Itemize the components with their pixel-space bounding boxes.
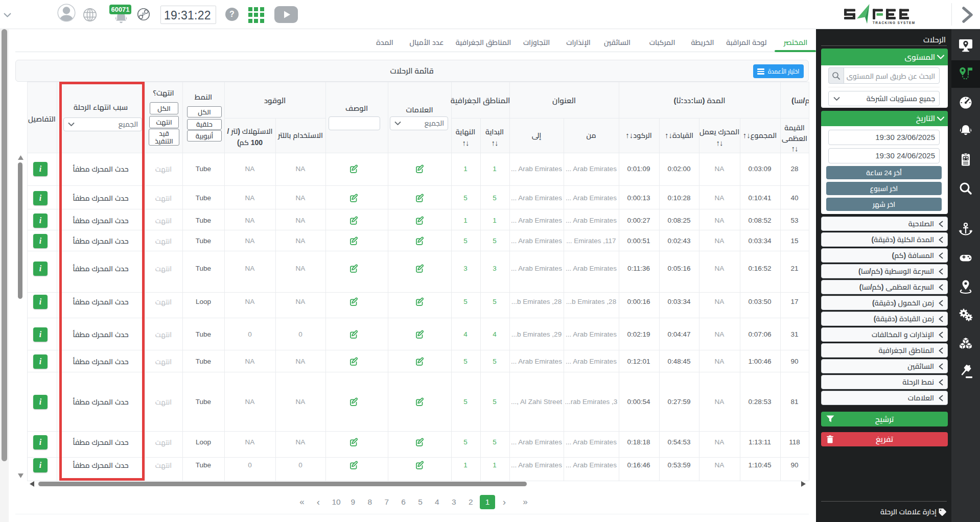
svg-text:TRACKING SYSTEM: TRACKING SYSTEM — [873, 21, 916, 25]
